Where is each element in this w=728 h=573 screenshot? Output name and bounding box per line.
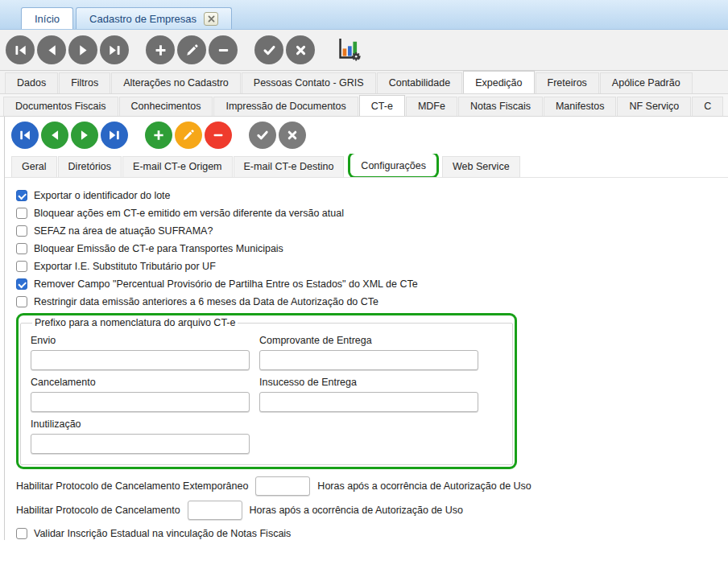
window-tab-label: Cadastro de Empresas [89, 13, 196, 25]
tab-documentos-fiscais[interactable]: Documentos Fiscais [3, 97, 118, 116]
protocol-hours-input[interactable] [255, 476, 310, 496]
checkbox-label: Restringir data emissão anteriores a 6 m… [34, 296, 378, 307]
record-toolbar [5, 117, 728, 154]
tab-geral[interactable]: Geral [11, 156, 57, 177]
tab-apolice-padrao[interactable]: Apólice Padrão [600, 72, 693, 93]
window-tab-bar: InícioCadastro de Empresas [0, 0, 728, 30]
protocol-label: Habilitar Protocolo de Cancelamento Exte… [16, 480, 248, 492]
tab-nf-servico[interactable]: NF Serviço [617, 97, 691, 116]
tab-contabilidade[interactable]: Contabilidade [377, 72, 462, 93]
protocol-suffix: Horas após a ocorrência de Autorização d… [250, 505, 463, 516]
option-bloquear-emissao-de-ct-e-para-transportes-: Bloquear Emissão de CT-e para Transporte… [16, 242, 728, 255]
checkbox-checked-icon[interactable] [16, 278, 27, 290]
first-record-icon[interactable] [6, 35, 35, 64]
tab-diretorios[interactable]: Diretórios [58, 156, 122, 177]
checkbox-label: SEFAZ na área de atuação SUFRAMA? [34, 225, 213, 237]
prefix-input-cancelamento[interactable] [31, 392, 250, 412]
cancel-icon[interactable] [286, 35, 315, 64]
tab-e-mail-ct-e-destino[interactable]: E-mail CT-e Destino [234, 156, 345, 177]
prefix-input-envio[interactable] [31, 350, 250, 370]
field-label: Inutilização [31, 418, 250, 430]
first-record-icon[interactable] [11, 122, 39, 149]
cancel-icon[interactable] [279, 122, 306, 149]
tab-close-icon[interactable] [204, 12, 218, 26]
tab-freteiros[interactable]: Freteiros [536, 72, 599, 93]
tab-c[interactable]: C [692, 97, 723, 116]
protocol-row-1: Habilitar Protocolo de Cancelamento Exte… [16, 476, 728, 496]
protocol-label: Habilitar Protocolo de Cancelamento [16, 505, 180, 516]
add-record-icon[interactable] [146, 35, 175, 64]
checkbox-label: Exportar I.E. Substituto Tributário por … [34, 261, 216, 272]
prefix-input-inutilizacao[interactable] [31, 434, 250, 454]
last-record-icon[interactable] [101, 122, 128, 149]
main-toolbar-buttons [6, 35, 317, 64]
prefix-field-cancelamento: Cancelamento [31, 370, 250, 412]
tab-e-mail-ct-e-origem[interactable]: E-mail CT-e Origem [122, 156, 232, 177]
protocol-row-2: Habilitar Protocolo de CancelamentoHoras… [16, 501, 728, 520]
tab-row-cte-settings: GeralDiretóriosE-mail CT-e OrigemE-mail … [5, 154, 728, 178]
prefix-group-title: Prefixo para a nomenclatura do arquivo C… [32, 317, 238, 328]
edit-record-icon[interactable] [175, 122, 202, 149]
checkbox-checked-icon[interactable] [16, 190, 27, 201]
tab-row-company-sections: DadosFiltrosAlterações no CadastroPessoa… [0, 71, 728, 94]
tab-alteracoes-no-cadastro[interactable]: Alterações no Cadastro [111, 72, 241, 93]
field-label: Cancelamento [31, 377, 250, 388]
prefix-fields: EnvioComprovante de EntregaCancelamentoI… [31, 328, 503, 454]
tab-dados[interactable]: Dados [5, 72, 58, 93]
tab-filtros[interactable]: Filtros [59, 72, 110, 93]
prefix-input-comprovante-de-entrega[interactable] [259, 350, 478, 370]
option-exportar-o-identificador-do-lote: Exportar o identificador do lote [16, 189, 728, 202]
next-record-icon[interactable] [68, 35, 97, 64]
tab-manifestos[interactable]: Manifestos [544, 97, 616, 116]
checkbox-label: Remover Campo "Percentual Provisório de … [34, 278, 418, 290]
protocol-rows: Habilitar Protocolo de Cancelamento Exte… [16, 476, 728, 520]
delete-record-icon[interactable] [205, 122, 232, 149]
tab-impressao-de-documentos[interactable]: Impressão de Documentos [213, 97, 358, 116]
next-record-icon[interactable] [71, 122, 98, 149]
bar-chart-settings-icon[interactable] [335, 36, 362, 64]
bottom-option: Validar Inscrição Estadual na vinculação… [16, 527, 728, 540]
add-record-icon[interactable] [145, 122, 172, 149]
checkbox-unchecked-icon[interactable] [16, 208, 27, 219]
protocol-hours-input[interactable] [188, 501, 242, 520]
checkbox-unchecked-icon[interactable] [16, 243, 27, 254]
prefix-input-insucesso-de-entrega[interactable] [259, 392, 478, 412]
window-tab-cadastro-de-empresas[interactable]: Cadastro de Empresas [76, 7, 232, 29]
tab-web-service[interactable]: Web Service [442, 156, 520, 177]
tab-configuracoes[interactable]: Configurações [350, 154, 436, 176]
previous-record-icon[interactable] [37, 35, 66, 64]
confirm-icon[interactable] [254, 35, 283, 64]
field-label: Insucesso de Entrega [259, 377, 478, 388]
checkbox-unchecked-icon[interactable] [16, 261, 27, 272]
option-bloquear-acoes-em-ct-e-emitido-em-versao-d: Bloquear ações em CT-e emitido em versão… [16, 207, 728, 220]
checkbox-unchecked-icon[interactable] [16, 296, 27, 307]
confirm-icon[interactable] [249, 122, 276, 149]
tab-row-expedicao-subsections: Documentos FiscaisConhecimentosImpressão… [0, 94, 728, 117]
tab-expedicao[interactable]: Expedição [463, 71, 534, 93]
checkbox-unchecked-icon[interactable] [16, 225, 27, 237]
checkbox-label: Exportar o identificador do lote [34, 190, 171, 201]
checkbox-label: Bloquear Emissão de CT-e para Transporte… [34, 243, 283, 254]
field-label: Envio [31, 335, 250, 346]
last-record-icon[interactable] [100, 35, 129, 64]
option-restringir-data-emissao-anteriores-a-6-mes: Restringir data emissão anteriores a 6 m… [16, 295, 728, 308]
tab-mdfe[interactable]: MDFe [406, 97, 457, 116]
edit-record-icon[interactable] [177, 35, 206, 64]
main-toolbar [0, 30, 728, 71]
option-exportar-i-e-substituto-tributario-por-uf: Exportar I.E. Substituto Tributário por … [16, 260, 728, 273]
previous-record-icon[interactable] [41, 122, 68, 149]
highlight-annotation-box: Prefixo para a nomenclatura do arquivo C… [16, 313, 517, 469]
field-label: Comprovante de Entrega [259, 335, 478, 346]
prefix-field-envio: Envio [31, 328, 250, 370]
delete-record-icon[interactable] [209, 35, 238, 64]
tab-pessoas-contato-gris[interactable]: Pessoas Contato - GRIS [242, 72, 376, 93]
tab-ct-e[interactable]: CT-e [359, 95, 405, 116]
tab-notas-fiscais[interactable]: Notas Fiscais [458, 97, 543, 116]
cte-page: GeralDiretóriosE-mail CT-e OrigemE-mail … [4, 117, 728, 540]
checkbox-label: Bloquear ações em CT-e emitido em versão… [34, 208, 344, 219]
window-tab-inicio[interactable]: Início [21, 7, 73, 29]
app-window: InícioCadastro de Empresas DadosFiltr [0, 0, 728, 573]
prefix-field-insucesso-de-entrega: Insucesso de Entrega [259, 370, 478, 412]
tab-conhecimentos[interactable]: Conhecimentos [119, 97, 213, 116]
checkbox-unchecked-icon[interactable] [16, 528, 27, 539]
